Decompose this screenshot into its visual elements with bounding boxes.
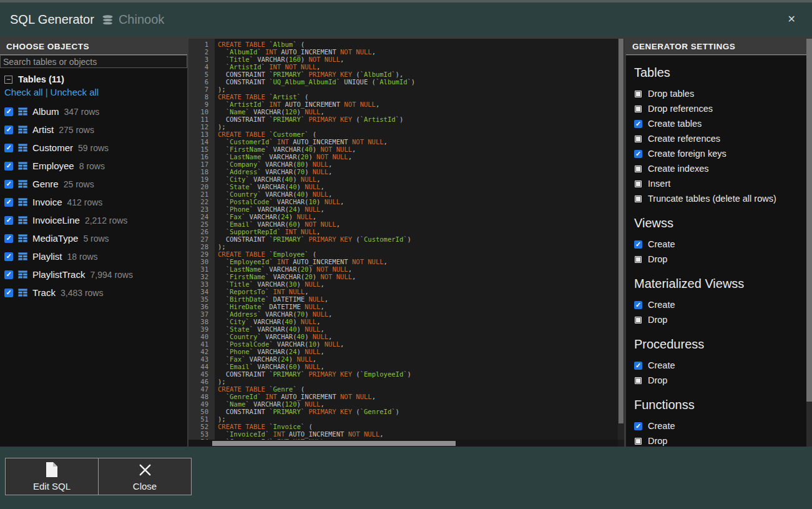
settings-option[interactable]: Drop bbox=[634, 312, 806, 327]
collapse-icon[interactable]: − bbox=[4, 76, 12, 84]
settings-checkbox[interactable] bbox=[634, 255, 642, 264]
settings-checkbox[interactable] bbox=[634, 105, 642, 113]
table-checkbox[interactable]: ✓ bbox=[4, 252, 13, 261]
settings-checkbox[interactable] bbox=[634, 180, 642, 188]
settings-option[interactable]: Drop references bbox=[634, 101, 806, 116]
code-line: 39 `State` VARCHAR(40) NULL, bbox=[188, 325, 618, 333]
settings-checkbox[interactable] bbox=[634, 90, 642, 98]
editor-horizontal-scrollbar[interactable] bbox=[188, 440, 618, 447]
table-checkbox[interactable]: ✓ bbox=[4, 289, 13, 297]
edit-sql-button[interactable]: Edit SQL bbox=[5, 458, 99, 495]
settings-checkbox[interactable]: ✓ bbox=[634, 422, 642, 430]
settings-option[interactable]: ✓Create bbox=[634, 418, 806, 433]
table-checkbox[interactable]: ✓ bbox=[4, 144, 13, 152]
code-line: 21 `Country` VARCHAR(40) NULL, bbox=[188, 190, 618, 198]
settings-checkbox[interactable] bbox=[634, 165, 642, 173]
scrollbar-thumb[interactable] bbox=[619, 39, 624, 423]
search-input[interactable] bbox=[0, 55, 187, 68]
settings-option[interactable]: Create indexes bbox=[634, 161, 806, 176]
table-row[interactable]: ✓Customer59 rows bbox=[4, 139, 187, 157]
line-number: 34 bbox=[188, 288, 215, 295]
line-number: 40 bbox=[188, 333, 215, 340]
code-line: 2 `AlbumId` INT AUTO_INCREMENT NOT NULL, bbox=[188, 48, 618, 56]
settings-option[interactable]: Create references bbox=[634, 131, 806, 146]
uncheck-all-link[interactable]: Uncheck all bbox=[51, 87, 99, 97]
code-text: `EmployeeId` INT AUTO_INCREMENT NOT NULL… bbox=[215, 258, 388, 265]
table-row[interactable]: ✓Album347 rows bbox=[4, 102, 187, 121]
settings-option[interactable]: ✓Create bbox=[634, 358, 806, 373]
line-number: 51 bbox=[188, 415, 215, 423]
settings-checkbox[interactable]: ✓ bbox=[634, 301, 642, 309]
scrollbar-thumb[interactable] bbox=[806, 39, 812, 402]
code-text: ); bbox=[215, 243, 226, 250]
settings-checkbox[interactable]: ✓ bbox=[634, 120, 642, 128]
settings-option[interactable]: ✓Create bbox=[634, 297, 806, 312]
table-row[interactable]: ✓Employee8 rows bbox=[4, 157, 187, 175]
settings-checkbox[interactable] bbox=[634, 316, 642, 324]
code-text: ); bbox=[215, 415, 226, 423]
line-number: 6 bbox=[188, 78, 215, 86]
footer-button-group: Edit SQLClose bbox=[5, 458, 192, 495]
table-row[interactable]: ✓Genre25 rows bbox=[4, 175, 187, 193]
settings-option[interactable]: Truncate tables (delete all rows) bbox=[634, 191, 806, 206]
table-icon bbox=[18, 180, 27, 188]
close-icon[interactable]: ✕ bbox=[788, 14, 796, 24]
table-row[interactable]: ✓InvoiceLine2,212 rows bbox=[4, 211, 187, 229]
close-button[interactable]: Close bbox=[98, 458, 192, 495]
settings-option[interactable]: Insert bbox=[634, 176, 806, 191]
settings-checkbox[interactable]: ✓ bbox=[634, 240, 642, 249]
tables-group-row[interactable]: − Tables (11) bbox=[4, 74, 187, 84]
settings-checkbox[interactable] bbox=[634, 377, 642, 385]
settings-option[interactable]: Drop bbox=[634, 433, 806, 447]
line-number: 19 bbox=[188, 175, 215, 183]
settings-option[interactable]: ✓Create tables bbox=[634, 116, 806, 131]
table-row-count: 8 rows bbox=[79, 161, 105, 171]
sql-preview-editor[interactable]: 1CREATE TABLE `Album` (2 `AlbumId` INT A… bbox=[188, 39, 624, 447]
scrollbar-thumb[interactable] bbox=[212, 441, 456, 446]
line-number: 48 bbox=[188, 393, 215, 400]
editor-vertical-scrollbar[interactable] bbox=[618, 39, 624, 440]
line-number: 9 bbox=[188, 101, 215, 108]
table-checkbox[interactable]: ✓ bbox=[4, 126, 13, 134]
settings-option-label: Drop bbox=[648, 436, 667, 446]
line-number: 31 bbox=[188, 265, 215, 273]
table-checkbox[interactable]: ✓ bbox=[4, 107, 13, 116]
code-text: `InvoiceId` INT AUTO_INCREMENT NOT NULL, bbox=[215, 430, 384, 438]
settings-option[interactable]: Drop tables bbox=[634, 86, 806, 101]
table-checkbox[interactable]: ✓ bbox=[4, 234, 13, 243]
code-line: 28); bbox=[188, 243, 618, 250]
table-row[interactable]: ✓Playlist18 rows bbox=[4, 247, 187, 265]
settings-option[interactable]: Drop bbox=[634, 252, 806, 267]
line-number: 30 bbox=[188, 258, 215, 265]
table-icon bbox=[18, 126, 27, 134]
code-line: 52CREATE TABLE `Invoice` ( bbox=[188, 423, 618, 430]
settings-checkbox[interactable]: ✓ bbox=[634, 362, 642, 370]
settings-checkbox[interactable] bbox=[634, 437, 642, 445]
check-all-link[interactable]: Check all bbox=[4, 87, 43, 97]
table-row[interactable]: ✓PlaylistTrack7,994 rows bbox=[4, 265, 187, 284]
code-line: 18 `Address` VARCHAR(70) NULL, bbox=[188, 168, 618, 175]
settings-checkbox[interactable] bbox=[634, 135, 642, 143]
settings-checkbox[interactable]: ✓ bbox=[634, 150, 642, 158]
table-row[interactable]: ✓MediaType5 rows bbox=[4, 229, 187, 247]
settings-checkbox[interactable] bbox=[634, 195, 642, 203]
sql-code-area[interactable]: 1CREATE TABLE `Album` (2 `AlbumId` INT A… bbox=[188, 39, 618, 440]
table-name: Employee bbox=[32, 161, 74, 171]
settings-option[interactable]: ✓Create foreign keys bbox=[634, 146, 806, 161]
code-line: 26 `SupportRepId` INT NULL, bbox=[188, 228, 618, 235]
table-row-count: 25 rows bbox=[64, 179, 94, 189]
table-checkbox[interactable]: ✓ bbox=[4, 198, 13, 207]
table-checkbox[interactable]: ✓ bbox=[4, 270, 13, 279]
table-row[interactable]: ✓Invoice412 rows bbox=[4, 193, 187, 211]
settings-option[interactable]: ✓Create bbox=[634, 237, 806, 252]
code-line: 30 `EmployeeId` INT AUTO_INCREMENT NOT N… bbox=[188, 258, 618, 265]
table-row[interactable]: ✓Artist275 rows bbox=[4, 121, 187, 139]
settings-option-label: Insert bbox=[648, 179, 670, 189]
table-checkbox[interactable]: ✓ bbox=[4, 162, 13, 170]
table-checkbox[interactable]: ✓ bbox=[4, 216, 13, 225]
settings-option[interactable]: Drop bbox=[634, 373, 806, 388]
table-checkbox[interactable]: ✓ bbox=[4, 180, 13, 189]
code-line: 15 `FirstName` VARCHAR(40) NOT NULL, bbox=[188, 146, 618, 153]
settings-vertical-scrollbar[interactable] bbox=[806, 39, 812, 447]
table-row[interactable]: ✓Track3,483 rows bbox=[4, 284, 187, 302]
